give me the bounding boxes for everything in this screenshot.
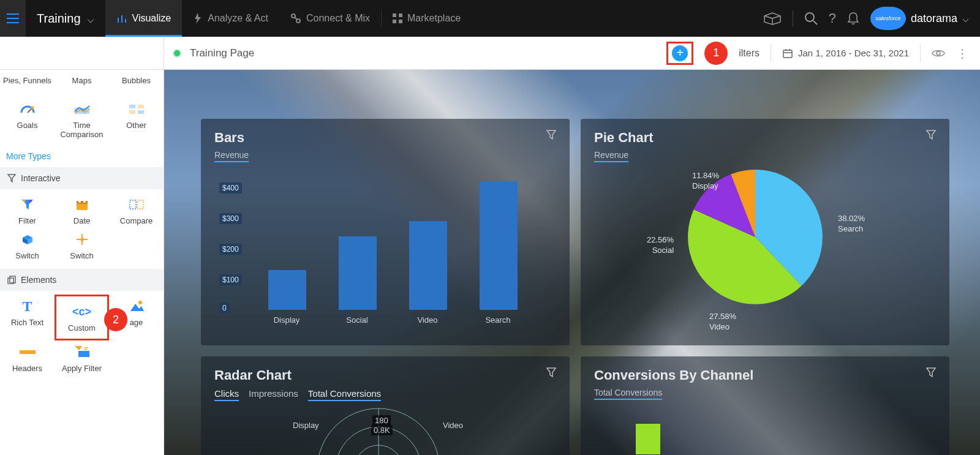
- callout-1: 1: [704, 42, 728, 65]
- svg-line-18: [813, 21, 817, 24]
- widget-title: Conversions By Channel: [594, 367, 936, 383]
- nav-connect[interactable]: Connect & Mix: [279, 0, 381, 37]
- workspace-chevron-icon[interactable]: ⌵: [87, 11, 94, 26]
- widget-compare[interactable]: Compare: [109, 193, 164, 228]
- nav-label: Visualize: [132, 13, 172, 24]
- add-widget-button[interactable]: +: [672, 45, 688, 61]
- section-elements: Elements: [0, 269, 164, 291]
- svg-rect-12: [399, 20, 402, 23]
- svg-line-15: [772, 16, 780, 18]
- page-title: Training Page: [190, 47, 254, 59]
- svg-point-26: [31, 107, 34, 110]
- tab-impressions[interactable]: Impressions: [249, 388, 298, 401]
- widget-subtitle: Revenue: [594, 150, 628, 162]
- svg-marker-59: [927, 130, 935, 139]
- workspace-name: Training: [37, 12, 81, 26]
- svg-rect-54: [78, 351, 89, 357]
- widget-type-goals[interactable]: Goals: [0, 97, 55, 141]
- widget-type-pies-funnels[interactable]: Pies, Funnels: [0, 73, 55, 88]
- nav-label: Marketplace: [407, 13, 461, 24]
- widget-type-maps[interactable]: Maps: [55, 73, 109, 88]
- widget-type-other[interactable]: Other: [109, 97, 164, 141]
- widget-headers[interactable]: Headers: [0, 340, 55, 375]
- tab-total-conversions[interactable]: Total Conversions: [308, 388, 381, 401]
- salesforce-cloud-icon: salesforce: [870, 7, 906, 30]
- svg-text:#: #: [80, 235, 84, 244]
- svg-rect-49: [10, 276, 15, 283]
- section-interactive: Interactive: [0, 167, 164, 189]
- widget-bars[interactable]: Bars Revenue $400 $300 $200 $100 0 Displ…: [201, 119, 570, 345]
- nav-label: Analyze & Act: [208, 13, 268, 24]
- filter-icon[interactable]: [546, 367, 556, 377]
- svg-point-52: [138, 301, 142, 304]
- svg-rect-29: [129, 105, 135, 108]
- svg-point-39: [78, 200, 81, 203]
- nav-label: Connect & Mix: [306, 13, 370, 24]
- bar-chart: $400 $300 $200 $100 0 Display Social Vid…: [219, 180, 557, 327]
- svg-marker-55: [75, 346, 82, 350]
- widget-type-bubbles[interactable]: Bubbles: [109, 73, 164, 88]
- nav-analyze[interactable]: Analyze & Act: [182, 0, 279, 37]
- svg-line-27: [28, 109, 31, 113]
- widget-title: Pie Chart: [594, 130, 936, 146]
- widget-title: Bars: [214, 130, 556, 146]
- nav-visualize[interactable]: Visualize: [105, 0, 183, 37]
- widget-conversions[interactable]: Conversions By Channel Total Conversions: [581, 356, 949, 455]
- search-icon[interactable]: [804, 12, 818, 25]
- svg-rect-19: [783, 50, 792, 58]
- svg-marker-6: [195, 13, 201, 24]
- eye-icon[interactable]: [932, 48, 945, 58]
- widget-apply-filter[interactable]: Apply Filter: [55, 340, 109, 375]
- widget-type-time-comparison[interactable]: Time Comparison: [55, 97, 109, 141]
- filter-icon[interactable]: [926, 130, 936, 140]
- svg-rect-11: [393, 20, 396, 23]
- more-menu-icon[interactable]: ⋮: [956, 46, 968, 61]
- svg-rect-32: [138, 110, 144, 114]
- widget-subtitle: Total Conversions: [594, 388, 662, 400]
- box-icon[interactable]: [763, 12, 782, 25]
- filter-icon[interactable]: [546, 130, 556, 140]
- help-icon[interactable]: ?: [829, 10, 836, 26]
- svg-rect-66: [636, 424, 660, 454]
- svg-point-17: [805, 13, 814, 21]
- svg-rect-38: [77, 201, 88, 204]
- widget-switch-2[interactable]: #Switch: [55, 228, 109, 263]
- brand-chevron-icon[interactable]: ⌵: [962, 12, 969, 25]
- more-types-link[interactable]: More Types: [6, 151, 51, 161]
- tab-clicks[interactable]: Clicks: [214, 388, 239, 401]
- svg-line-14: [764, 16, 772, 18]
- svg-rect-42: [137, 200, 143, 209]
- svg-rect-31: [129, 110, 135, 114]
- svg-point-35: [23, 200, 26, 202]
- hamburger-menu[interactable]: [0, 0, 26, 37]
- date-range-picker[interactable]: Jan 1, 2016 - Dec 31, 2021: [782, 48, 909, 59]
- widget-custom[interactable]: <c>Custom: [55, 295, 109, 340]
- svg-point-23: [937, 51, 940, 55]
- widget-filter[interactable]: Filter: [0, 193, 55, 228]
- svg-marker-65: [927, 368, 935, 377]
- svg-marker-51: [130, 304, 144, 311]
- widget-radar[interactable]: Radar Chart Clicks Impressions Total Con…: [201, 356, 570, 455]
- bell-icon[interactable]: [847, 12, 859, 25]
- svg-marker-33: [8, 175, 15, 182]
- svg-rect-30: [138, 105, 144, 108]
- widget-switch-1[interactable]: Switch: [0, 228, 55, 263]
- widget-date[interactable]: Date: [55, 193, 109, 228]
- svg-point-40: [83, 200, 86, 203]
- widget-rich-text[interactable]: TRich Text: [0, 295, 55, 340]
- widget-pie[interactable]: Pie Chart Revenue 11.84%Display 22.56%So…: [581, 119, 949, 345]
- nav-marketplace[interactable]: Marketplace: [382, 0, 472, 37]
- svg-rect-53: [20, 350, 36, 354]
- filters-label[interactable]: ilters: [739, 48, 760, 59]
- svg-rect-41: [130, 200, 136, 209]
- date-range-text: Jan 1, 2016 - Dec 31, 2021: [798, 48, 909, 58]
- add-widget-highlight: +: [666, 42, 693, 65]
- widget-title: Radar Chart: [214, 367, 556, 383]
- conversions-chart: [599, 418, 905, 454]
- svg-point-36: [29, 200, 32, 202]
- callout-2: 2: [104, 308, 127, 331]
- svg-rect-10: [399, 13, 402, 17]
- widget-subtitle: Revenue: [214, 150, 249, 162]
- filter-icon[interactable]: [926, 367, 936, 377]
- svg-rect-9: [393, 13, 396, 17]
